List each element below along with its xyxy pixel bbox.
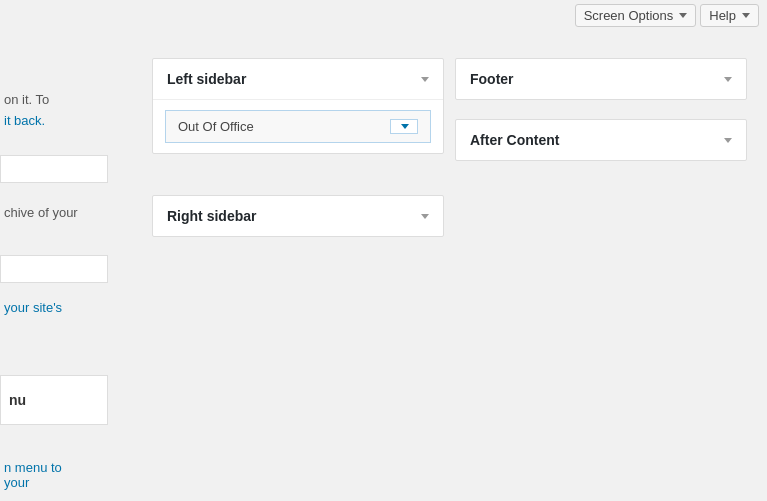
menu-text[interactable]: n menu to your [0,460,90,490]
panel-right-sidebar-chevron-icon [421,214,429,219]
widget-out-of-office-options-button[interactable] [390,119,418,134]
panel-left-sidebar-chevron-icon [421,77,429,82]
help-chevron-icon [742,13,750,18]
help-label: Help [709,8,736,23]
panel-footer: Footer [455,58,747,100]
panel-footer-chevron-icon [724,77,732,82]
panel-after-content-chevron-icon [724,138,732,143]
screen-options-chevron-icon [679,13,687,18]
panel-after-content-header[interactable]: After Content [456,120,746,160]
panel-right-sidebar-title: Right sidebar [167,208,256,224]
panel-left-sidebar-header[interactable]: Left sidebar [153,59,443,100]
site-text[interactable]: your site's [0,300,90,315]
panel-right-sidebar: Right sidebar [152,195,444,237]
screen-options-button[interactable]: Screen Options [575,4,697,27]
panel-after-content: After Content [455,119,747,161]
widget-out-of-office-label: Out Of Office [178,119,254,134]
widget-item-out-of-office: Out Of Office [165,110,431,143]
panel-right-sidebar-header[interactable]: Right sidebar [153,196,443,236]
input-box-1[interactable] [0,155,108,183]
panel-footer-header[interactable]: Footer [456,59,746,99]
partial-left-text: on it. To it back. [0,90,110,132]
panel-left-sidebar: Left sidebar Out Of Office [152,58,444,154]
help-button[interactable]: Help [700,4,759,27]
input-box-2[interactable] [0,255,108,283]
archive-text: chive of your [0,205,80,220]
panel-left-sidebar-title: Left sidebar [167,71,246,87]
panel-footer-title: Footer [470,71,514,87]
nu-box: nu [0,375,108,425]
partial-text-line1: on it. To [4,90,110,111]
panel-after-content-title: After Content [470,132,559,148]
widget-out-of-office-chevron-icon [401,124,409,129]
screen-options-label: Screen Options [584,8,674,23]
partial-text-link1[interactable]: it back. [4,111,110,132]
top-bar: Screen Options Help [567,0,767,31]
